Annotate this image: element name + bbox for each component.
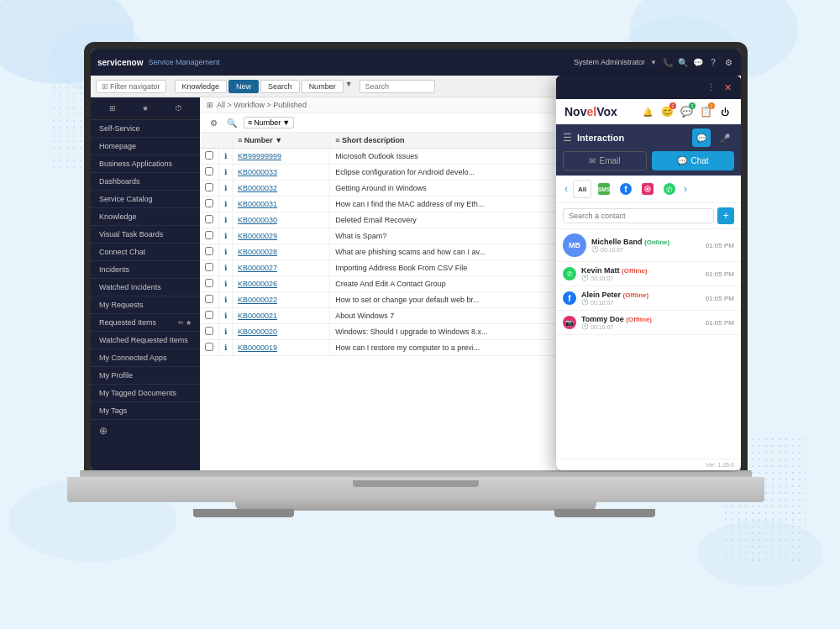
row-checkbox[interactable] [205, 183, 213, 191]
info-icon[interactable]: ℹ [224, 168, 227, 176]
sidebar-item-connected-apps[interactable]: My Connected Apps [91, 349, 200, 367]
info-icon[interactable]: ℹ [224, 152, 227, 160]
kb-number[interactable]: KB0000019 [238, 343, 277, 352]
phone-icon[interactable]: 📞 [662, 56, 674, 68]
channel-prev[interactable]: ‹ [563, 183, 570, 195]
contact-item-michelle[interactable]: MB Michelle Band (Online) 🕐 00:10:07 0 [556, 229, 741, 262]
col-number[interactable]: ≡ Number ▼ [233, 133, 330, 149]
search-toolbar-icon[interactable]: 🔍 [225, 116, 239, 129]
channel-next[interactable]: › [682, 183, 689, 195]
settings-icon[interactable]: ⚙ [722, 56, 734, 68]
notification-icon-3[interactable]: 📋 1 [698, 104, 713, 119]
row-checkbox[interactable] [205, 167, 213, 176]
row-checkbox[interactable] [205, 279, 213, 287]
menu-icon[interactable]: ☰ [563, 132, 572, 144]
info-icon[interactable]: ℹ [224, 248, 227, 256]
channel-tab-sms[interactable]: SMS [595, 180, 613, 198]
channel-tab-whatsapp[interactable]: ✆ [660, 180, 679, 198]
view-select[interactable]: ≡ Number ▼ [244, 117, 294, 128]
channel-tab-facebook[interactable]: f [617, 180, 635, 198]
search-input[interactable] [360, 80, 435, 93]
sidebar-item-requested-items[interactable]: Requested Items ✏ ★ [91, 314, 200, 332]
kb-number[interactable]: KB0000029 [238, 232, 277, 240]
row-checkbox[interactable] [205, 247, 213, 255]
contact-item-tommy[interactable]: 📷 Tommy Doe (Offline) 🕐 00:10:07 01:0 [556, 311, 741, 335]
sidebar-item-incidents[interactable]: Incidents [91, 261, 200, 279]
search-icon[interactable]: 🔍 [677, 56, 689, 68]
sidebar-item-homepage[interactable]: Homepage [91, 138, 200, 155]
sidebar-star-icon[interactable]: ★ [138, 101, 153, 116]
kb-number[interactable]: KB0000027 [238, 264, 277, 272]
info-icon[interactable]: ℹ [224, 232, 227, 240]
contact-item-kevin[interactable]: ✆ Kevin Matt (Offline) 🕐 00:10:07 01:0 [556, 262, 741, 286]
sidebar-item-connect-chat[interactable]: Connect Chat [91, 244, 200, 261]
sidebar-item-business-apps[interactable]: Business Applications [91, 155, 200, 173]
kb-number[interactable]: KB0000020 [238, 328, 277, 336]
info-icon[interactable]: ℹ [224, 343, 227, 352]
row-checkbox[interactable] [205, 215, 213, 223]
tab-number[interactable]: Number [302, 80, 344, 93]
sidebar-item-knowledge[interactable]: Knowledge [91, 208, 200, 226]
info-icon[interactable]: ℹ [224, 264, 227, 272]
info-icon[interactable]: ℹ [224, 280, 227, 288]
sidebar-item-watched-requested[interactable]: Watched Requested Items [91, 332, 200, 349]
contact-search-input[interactable] [563, 208, 714, 223]
sidebar-item-self-service[interactable]: Self-Service [91, 120, 200, 138]
help-icon[interactable]: ? [707, 56, 719, 68]
kb-number[interactable]: KB0000028 [238, 248, 277, 256]
row-checkbox[interactable] [205, 231, 213, 239]
kb-number[interactable]: KB99999999 [238, 152, 281, 160]
row-checkbox[interactable] [205, 343, 213, 351]
kb-number[interactable]: KB0000030 [238, 216, 277, 224]
chat-bubble-icon[interactable]: 💬 [692, 128, 711, 147]
sidebar-item-watched-incidents[interactable]: Watched Incidents [91, 279, 200, 296]
channel-tab-instagram[interactable] [638, 180, 657, 198]
tab-search[interactable]: Search [260, 80, 300, 93]
row-checkbox[interactable] [205, 295, 213, 303]
tab-new[interactable]: New [228, 80, 259, 93]
close-button[interactable]: ✕ [721, 81, 734, 94]
row-checkbox[interactable] [205, 199, 213, 207]
more-options-button[interactable]: ⋮ [704, 81, 717, 94]
contact-item-alein[interactable]: f Alein Peter (Offline) 🕐 00:10:07 01: [556, 286, 741, 311]
kb-number[interactable]: KB0000021 [238, 312, 277, 320]
info-icon[interactable]: ℹ [224, 216, 227, 224]
settings-toolbar-icon[interactable]: ⚙ [207, 116, 220, 129]
tab-chat[interactable]: 💬 Chat [652, 151, 734, 170]
sidebar-item-dashboards[interactable]: Dashboards [91, 173, 200, 191]
sidebar-item-my-tags[interactable]: My Tags [91, 402, 200, 420]
notification-icon-2[interactable]: 💬 3 [679, 104, 694, 119]
kb-number[interactable]: KB0000026 [238, 280, 277, 288]
row-checkbox[interactable] [205, 151, 213, 160]
tab-email[interactable]: ✉ Email [563, 151, 647, 170]
info-icon[interactable]: ℹ [224, 200, 227, 208]
mic-icon[interactable]: 🎤 [716, 128, 734, 147]
sidebar-clock-icon[interactable]: ⏱ [171, 101, 186, 116]
sidebar-item-service-catalog[interactable]: Service Catalog [91, 191, 200, 208]
kb-number[interactable]: KB0000022 [238, 296, 277, 304]
kb-number[interactable]: KB0000032 [238, 184, 277, 192]
sidebar-item-vtb[interactable]: Visual Task Boards [91, 226, 200, 244]
filter-navigator[interactable]: ⊞ Filter navigator [96, 80, 166, 93]
chat-icon[interactable]: 💬 [692, 56, 704, 68]
info-icon[interactable]: ℹ [224, 296, 227, 304]
sidebar-add-icon[interactable]: ⊕ [91, 420, 200, 442]
sidebar-home-icon[interactable]: ⊞ [105, 101, 120, 116]
kb-number[interactable]: KB0000031 [238, 200, 277, 208]
row-checkbox[interactable] [205, 327, 213, 335]
info-icon[interactable]: ℹ [224, 328, 227, 336]
bell-icon[interactable]: 🔔 [640, 104, 655, 119]
info-icon[interactable]: ℹ [224, 312, 227, 320]
add-contact-button[interactable]: + [717, 207, 734, 224]
power-icon[interactable]: ⏻ [717, 104, 732, 119]
sidebar-item-my-requests[interactable]: My Requests [91, 296, 200, 314]
kb-number[interactable]: KB0000033 [238, 168, 277, 176]
notification-icon-1[interactable]: 😊 2 [659, 104, 675, 119]
sidebar-item-my-profile[interactable]: My Profile [91, 367, 200, 385]
sidebar-item-tagged-docs[interactable]: My Tagged Documents [91, 385, 200, 402]
info-icon[interactable]: ℹ [224, 184, 227, 192]
row-checkbox[interactable] [205, 263, 213, 271]
channel-tab-all[interactable]: All [573, 180, 591, 198]
row-checkbox[interactable] [205, 311, 213, 319]
tab-knowledge[interactable]: Knowledge [175, 80, 228, 93]
